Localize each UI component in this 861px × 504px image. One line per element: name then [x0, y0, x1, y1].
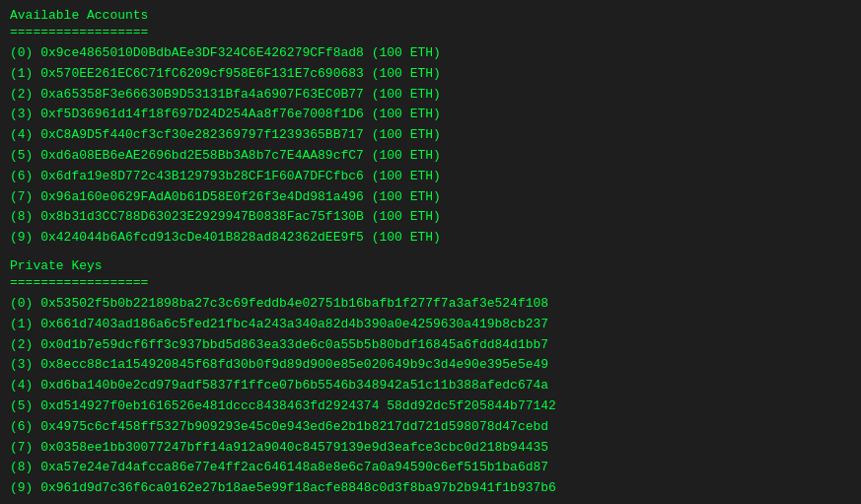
table-row: (4) 0xC8A9D5f440cf3cf30e282369797f123936…: [10, 125, 851, 146]
accounts-divider: ==================: [10, 25, 851, 39]
table-row: (1) 0x570EE261EC6C71fC6209cf958E6F131E7c…: [10, 64, 851, 85]
list-item: (1) 0x661d7403ad186a6c5fed21fbc4a243a340…: [10, 315, 851, 335]
list-item: (4) 0xd6ba140b0e2cd979adf5837f1ffce07b6b…: [10, 376, 851, 396]
list-item: (8) 0xa57e24e7d4afcca86e77e4ff2ac646148a…: [10, 458, 851, 478]
private-keys-list: (0) 0x53502f5b0b221898ba27c3c69feddb4e02…: [10, 294, 851, 499]
table-row: (5) 0xd6a08EB6eAE2696bd2E58Bb3A8b7c7E4AA…: [10, 146, 851, 167]
table-row: (2) 0xa65358F3e66630B9D53131Bfa4a6907F63…: [10, 85, 851, 106]
list-item: (2) 0x0d1b7e59dcf6ff3c937bbd5d863ea33de6…: [10, 335, 851, 356]
table-row: (7) 0x96a160e0629FAdA0b61D58E0f26f3e4Dd9…: [10, 187, 851, 208]
accounts-title: Available Accounts: [10, 8, 851, 23]
accounts-list: (0) 0x9ce4865010D0BdbAEe3DF324C6E426279C…: [10, 43, 851, 249]
list-item: (3) 0x8ecc88c1a154920845f68fd30b0f9d89d9…: [10, 355, 851, 376]
table-row: (3) 0xf5D36961d14f18f697D24D254Aa8f76e70…: [10, 105, 851, 125]
list-item: (6) 0x4975c6cf458ff5327b909293e45c0e943e…: [10, 417, 851, 438]
private-keys-divider: ==================: [10, 275, 851, 290]
table-row: (0) 0x9ce4865010D0BdbAEe3DF324C6E426279C…: [10, 43, 851, 64]
table-row: (6) 0x6dfa19e8D772c43B129793b28CF1F60A7D…: [10, 167, 851, 187]
private-keys-title: Private Keys: [10, 258, 851, 273]
list-item: (5) 0xd514927f0eb1616526e481dccc8438463f…: [10, 396, 851, 417]
list-item: (0) 0x53502f5b0b221898ba27c3c69feddb4e02…: [10, 294, 851, 315]
private-keys-section: Private Keys ================== (0) 0x53…: [10, 258, 851, 499]
list-item: (9) 0x961d9d7c36f6ca0162e27b18ae5e99f18a…: [10, 478, 851, 499]
table-row: (8) 0x8b31d3CC788D63023E2929947B0838Fac7…: [10, 207, 851, 228]
table-row: (9) 0x424044b6A6fcd913cDe401B828ad842362…: [10, 228, 851, 249]
list-item: (7) 0x0358ee1bb30077247bff14a912a9040c84…: [10, 438, 851, 459]
accounts-section: Available Accounts ================== (0…: [10, 8, 851, 249]
